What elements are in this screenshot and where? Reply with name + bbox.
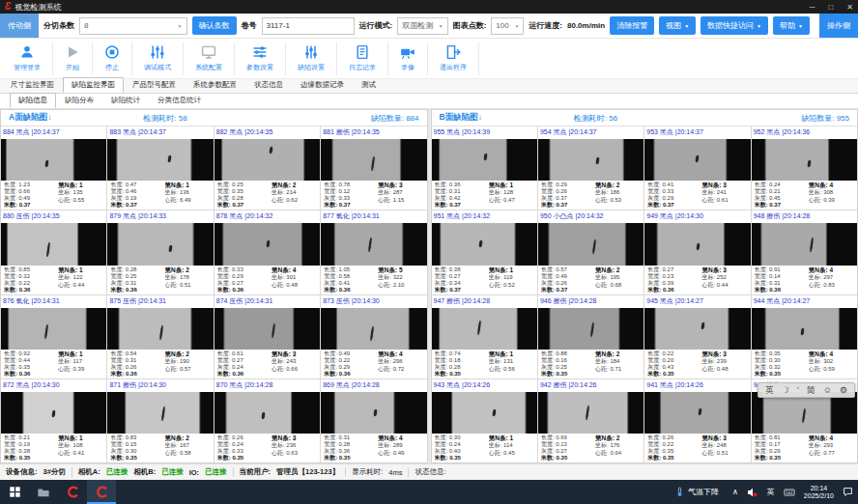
defect-image[interactable] — [432, 139, 537, 181]
sub-tab-0[interactable]: 缺陷信息 — [10, 93, 56, 108]
tray-expand-button[interactable]: ∧ — [732, 488, 738, 496]
view-menu-button[interactable]: 视图▼ — [659, 16, 696, 35]
defect-card[interactable]: 880 压伤 |20:14:35长度: 0.85宽度: 0.32灰度: 0.22… — [1, 210, 106, 294]
roll-input[interactable] — [262, 17, 355, 35]
defect-image[interactable] — [214, 139, 320, 181]
close-button[interactable]: ✕ — [846, 3, 853, 12]
defect-image[interactable] — [644, 392, 750, 434]
defect-card[interactable]: 942 擦伤 |20:14:26长度: 0.69宽度: 0.13灰度: 0.27… — [538, 379, 644, 462]
minimize-button[interactable]: ─ — [810, 3, 815, 12]
main-tab-1[interactable]: 缺陷监控界面 — [63, 77, 124, 93]
defect-image[interactable] — [752, 223, 857, 265]
defect-image[interactable] — [752, 392, 857, 434]
defect-card[interactable]: 941 黑点 |20:14:26长度: 0.26宽度: 0.22灰度: 0.35… — [644, 379, 750, 462]
main-tab-0[interactable]: 尺寸监控界面 — [2, 77, 63, 93]
defect-card[interactable]: 874 压伤 |20:14:31长度: 0.61宽度: 0.27灰度: 0.24… — [214, 295, 320, 378]
defect-image[interactable] — [538, 308, 644, 350]
punctuation-toggle[interactable]: ’ — [797, 385, 799, 395]
data-shortcut-menu-button[interactable]: 数据快捷访问▼ — [701, 16, 768, 35]
slit-count-select[interactable]: 8 ▼ — [79, 17, 187, 35]
defect-card[interactable]: 955 黑点 |20:14:39长度: 0.36宽度: 0.31灰度: 0.42… — [432, 126, 537, 210]
defect-card[interactable]: 872 黑点 |20:14:30长度: 0.21宽度: 0.19灰度: 0.38… — [1, 379, 106, 462]
defect-image[interactable] — [1, 223, 106, 265]
main-tab-3[interactable]: 系统参数配置 — [185, 77, 245, 93]
drive-side-button[interactable]: 传动侧 — [0, 14, 39, 38]
defect-card[interactable]: 946 擦伤 |20:14:28长度: 0.88宽度: 0.16灰度: 0.25… — [538, 295, 644, 378]
clear-alarm-button[interactable]: 清除报警 — [610, 16, 654, 35]
defect-card[interactable]: 949 黑点 |20:14:30长度: 0.27宽度: 0.23灰度: 0.39… — [644, 210, 750, 294]
defect-card[interactable]: 947 擦伤 |20:14:28长度: 0.74宽度: 0.18灰度: 0.28… — [432, 295, 537, 378]
toolbar-button-stop[interactable]: 停止 — [93, 42, 132, 75]
defect-image[interactable] — [107, 392, 213, 434]
moon-icon[interactable]: ☽ — [782, 385, 789, 395]
defect-image[interactable] — [644, 308, 750, 350]
defect-image[interactable] — [1, 392, 106, 434]
sub-tab-2[interactable]: 缺陷统计 — [102, 93, 149, 108]
defect-card[interactable]: 884 黑点 |20:14:37长度: 1.23宽度: 0.66灰度: 0.49… — [1, 126, 106, 210]
defect-card[interactable]: 944 黑点 |20:14:27长度: 0.35宽度: 0.30灰度: 0.32… — [752, 295, 857, 378]
defect-image[interactable] — [214, 392, 320, 434]
toolbar-button-user[interactable]: 管理登录 — [2, 42, 53, 75]
defect-image[interactable] — [644, 139, 750, 181]
panel-title[interactable]: B面缺陷图↓ — [440, 112, 482, 124]
file-explorer-button[interactable] — [29, 480, 58, 504]
defect-image[interactable] — [538, 139, 644, 181]
toolbar-button-sliders-v[interactable]: 缺陷设置 — [286, 42, 337, 75]
simplified-toggle[interactable]: 简 — [807, 384, 815, 397]
chart-points-select[interactable]: 100 ▼ — [491, 17, 524, 35]
defect-image[interactable] — [1, 308, 106, 350]
notification-center-icon[interactable] — [842, 486, 854, 498]
defect-image[interactable] — [538, 392, 644, 434]
help-menu-button[interactable]: 帮助▼ — [773, 16, 810, 35]
defect-card[interactable]: 948 擦伤 |20:14:28长度: 0.91宽度: 0.14灰度: 0.31… — [752, 210, 857, 294]
defect-image[interactable] — [644, 223, 750, 265]
defect-image[interactable] — [214, 308, 320, 350]
operate-side-button[interactable]: 操作侧 — [819, 14, 858, 38]
defect-card[interactable]: 953 黑点 |20:14:37长度: 0.41宽度: 0.33灰度: 0.29… — [644, 126, 750, 210]
ime-lang-toggle[interactable]: 英 — [765, 384, 774, 397]
defect-card[interactable]: 881 擦伤 |20:14:35长度: 0.78宽度: 0.12灰度: 0.33… — [321, 126, 426, 210]
defect-card[interactable]: 876 氧化 |20:14:31长度: 0.92宽度: 0.44灰度: 0.35… — [1, 295, 106, 378]
defect-image[interactable] — [321, 223, 426, 265]
defect-card[interactable]: 870 黑点 |20:14:28长度: 0.26宽度: 0.24灰度: 0.33… — [214, 379, 320, 462]
defect-image[interactable] — [432, 392, 537, 434]
weather-widget[interactable]: 气温下降 — [669, 486, 725, 498]
defect-image[interactable] — [107, 139, 213, 181]
defect-card[interactable]: 869 黑点 |20:14:28长度: 0.31宽度: 0.28灰度: 0.36… — [321, 379, 426, 462]
app-taskbar-button-active[interactable] — [87, 480, 116, 504]
emoji-icon[interactable]: ☺ — [823, 385, 832, 395]
gear-icon[interactable]: ⚙ — [840, 385, 847, 395]
start-button[interactable] — [0, 480, 29, 504]
defect-card[interactable]: 871 擦伤 |20:14:30长度: 0.83宽度: 0.15灰度: 0.30… — [107, 379, 213, 462]
toolbar-button-play[interactable]: 开始 — [53, 42, 93, 75]
keyboard-icon[interactable] — [783, 487, 796, 498]
toolbar-button-tune[interactable]: 调试模式 — [132, 42, 184, 75]
toolbar-button-camera[interactable]: 录像 — [388, 42, 428, 75]
defect-image[interactable] — [321, 139, 426, 181]
toolbar-button-exit[interactable]: 退出程序 — [428, 42, 479, 75]
defect-image[interactable] — [321, 308, 426, 350]
maximize-button[interactable]: □ — [828, 3, 833, 12]
sub-tab-3[interactable]: 分类信息统计 — [149, 93, 210, 108]
defect-image[interactable] — [214, 223, 320, 265]
defect-image[interactable] — [752, 308, 857, 350]
defect-image[interactable] — [1, 139, 106, 181]
confirm-count-button[interactable]: 确认条数 — [192, 16, 237, 35]
defect-image[interactable] — [107, 308, 213, 350]
toolbar-button-log[interactable]: 日志记录 — [337, 42, 388, 75]
toolbar-button-monitor[interactable]: 系统配置 — [184, 42, 235, 75]
defect-card[interactable]: 882 黑点 |20:14:35长度: 0.25宽度: 0.35灰度: 0.28… — [214, 126, 320, 210]
defect-card[interactable]: 875 压伤 |20:14:31长度: 0.54宽度: 0.31灰度: 0.26… — [107, 295, 213, 378]
taskbar-clock[interactable]: 20:14 2025/2/10 — [804, 485, 834, 500]
app-taskbar-button[interactable] — [58, 480, 87, 504]
toolbar-button-sliders-h[interactable]: 参数设置 — [235, 42, 286, 75]
defect-image[interactable] — [432, 223, 537, 265]
run-mode-select[interactable]: 双面检测 ▼ — [397, 17, 447, 35]
defect-card[interactable]: 954 黑点 |20:14:37长度: 0.29宽度: 0.26灰度: 0.37… — [538, 126, 644, 210]
defect-card[interactable]: 951 黑点 |20:14:32长度: 0.38宽度: 0.27灰度: 0.34… — [432, 210, 537, 294]
defect-image[interactable] — [432, 308, 537, 350]
main-tab-4[interactable]: 状态信息 — [245, 77, 292, 93]
defect-card[interactable]: 883 黑点 |20:14:37长度: 0.47宽度: 0.46灰度: 0.19… — [107, 126, 213, 210]
sub-tab-1[interactable]: 缺陷分布 — [56, 93, 102, 108]
defect-card[interactable]: 878 黑点 |20:14:32长度: 0.33宽度: 0.29灰度: 0.27… — [214, 210, 320, 294]
